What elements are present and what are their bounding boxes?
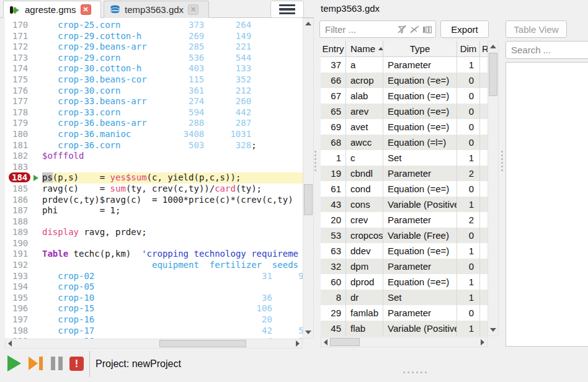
symbol-row-avet[interactable]: 69avetEquation (=e=)0: [321, 119, 499, 135]
cell-dim[interactable]: 0: [457, 88, 480, 104]
line-number[interactable]: 197: [5, 314, 32, 326]
cell-dim[interactable]: 0: [457, 135, 480, 150]
scrollbar-thumb[interactable]: [330, 338, 360, 346]
editor-line-198[interactable]: 198 crop-17 42 55: [5, 326, 303, 337]
line-number[interactable]: 193: [5, 271, 32, 282]
cell-rec[interactable]: [480, 150, 488, 166]
cell-type[interactable]: Equation (=e=): [383, 119, 457, 135]
column-header-type[interactable]: Type: [383, 41, 457, 56]
scrollbar-thumb[interactable]: [159, 340, 246, 347]
line-number[interactable]: 194: [5, 282, 32, 293]
line-number[interactable]: 176: [5, 86, 32, 97]
cell-entry[interactable]: 43: [321, 197, 346, 212]
editor-line-189[interactable]: 189display ravg, prdev;: [5, 227, 303, 238]
cell-dim[interactable]: 1: [457, 321, 480, 336]
line-number[interactable]: 173: [5, 53, 32, 64]
symbol-row-cropcost[interactable]: 53cropcostVariable (Free)0: [321, 228, 499, 243]
line-number[interactable]: 181: [5, 140, 32, 151]
symbol-row-a[interactable]: 37aParameter1: [321, 57, 499, 73]
line-number[interactable]: 190: [5, 238, 32, 249]
cell-name[interactable]: crev: [346, 212, 383, 228]
tab-temp3563-gdx[interactable]: temp3563.gdx ✕: [104, 1, 209, 18]
editor-line-176[interactable]: 176 crop-30.corn 361 212: [5, 86, 303, 97]
cell-name[interactable]: cons: [346, 197, 383, 212]
editor-line-186[interactable]: 186prdev(c,ty)$ravg(c) = 1000*price(c)*(…: [5, 195, 303, 206]
cell-dim[interactable]: 2: [457, 212, 480, 228]
search-input[interactable]: Search ...: [506, 41, 588, 59]
cell-name[interactable]: cond: [346, 181, 383, 197]
cell-name[interactable]: cbndl: [346, 166, 383, 181]
cell-name[interactable]: ddev: [346, 243, 383, 259]
cell-entry[interactable]: 29: [321, 305, 346, 321]
line-number[interactable]: 178: [5, 107, 32, 118]
cell-type[interactable]: Set: [383, 150, 457, 166]
cell-name[interactable]: cropcost: [346, 228, 383, 243]
editor-line-181[interactable]: 181 crop-36.corn 503 328;: [5, 140, 303, 151]
cell-rec[interactable]: [480, 119, 488, 135]
editor-line-170[interactable]: 170 crop-25.corn 373 264: [5, 20, 303, 31]
scroll-left-icon[interactable]: [8, 340, 12, 347]
symbol-row-cons[interactable]: 43consVariable (Positive)1: [321, 197, 499, 212]
cell-name[interactable]: c: [346, 150, 383, 166]
export-button[interactable]: Export: [440, 20, 489, 38]
editor-line-179[interactable]: 179 crop-36.beans-arr 288 287: [5, 118, 303, 129]
symbol-row-famlab[interactable]: 29famlabParameter0: [321, 305, 499, 321]
scroll-right-icon[interactable]: [481, 339, 484, 345]
cell-entry[interactable]: 20: [321, 212, 346, 228]
editor-line-171[interactable]: 171 crop-29.cotton-h 269 149: [5, 31, 303, 42]
symbol-row-cond[interactable]: 61condEquation (=e=)0: [321, 181, 499, 197]
columns-icon[interactable]: [422, 24, 432, 35]
scrollbar-thumb[interactable]: [304, 184, 313, 215]
cell-rec[interactable]: [480, 290, 488, 305]
editor-vertical-scrollbar[interactable]: [303, 18, 314, 339]
cell-rec[interactable]: [480, 73, 488, 88]
search-results-panel[interactable]: [506, 62, 588, 347]
cell-dim[interactable]: 1: [457, 290, 480, 305]
line-number[interactable]: 196: [5, 303, 32, 314]
pane-splitter-handle[interactable]: [314, 151, 316, 171]
cell-name[interactable]: awcc: [346, 135, 383, 150]
line-number[interactable]: 175: [5, 74, 32, 86]
line-number[interactable]: 186: [5, 195, 32, 206]
cell-rec[interactable]: [480, 259, 488, 274]
cell-type[interactable]: Equation (=l=): [383, 135, 457, 150]
cell-dim[interactable]: 0: [457, 104, 480, 119]
symbol-row-acrop[interactable]: 66acropEquation (=e=)0: [321, 73, 499, 88]
gdx-horizontal-scrollbar[interactable]: [321, 337, 488, 347]
tab-list-menu-button[interactable]: [270, 1, 304, 18]
column-header-records[interactable]: R: [480, 41, 488, 56]
line-number[interactable]: 191: [5, 249, 32, 260]
symbol-row-flab[interactable]: 45flabVariable (Positive)1: [321, 321, 499, 336]
cell-rec[interactable]: [480, 104, 488, 119]
cell-rec[interactable]: [480, 166, 488, 181]
filter-disabled-icon[interactable]: [397, 24, 408, 35]
cell-type[interactable]: Parameter: [383, 305, 457, 321]
cell-rec[interactable]: [480, 197, 488, 212]
cell-name[interactable]: dprod: [346, 274, 383, 290]
cell-name[interactable]: dpm: [346, 259, 383, 274]
pause-button[interactable]: [51, 357, 63, 370]
filter-input[interactable]: Filter ...: [319, 20, 436, 38]
close-tab-icon[interactable]: ✕: [81, 4, 91, 15]
close-tab-icon[interactable]: ✕: [188, 4, 198, 15]
cell-rec[interactable]: [480, 321, 488, 336]
cell-rec[interactable]: [480, 88, 488, 104]
cell-entry[interactable]: 61: [321, 181, 346, 197]
cell-name[interactable]: famlab: [346, 305, 383, 321]
editor-line-182[interactable]: 182$offfold: [5, 151, 303, 162]
cell-dim[interactable]: 1: [457, 197, 480, 212]
editor-line-196[interactable]: 196 crop-15 106 1: [5, 303, 303, 314]
cell-dim[interactable]: 1: [457, 274, 480, 290]
cell-type[interactable]: Set: [383, 290, 457, 305]
editor-line-191[interactable]: 191Table techc(p,km) 'cropping technolog…: [5, 249, 303, 260]
symbol-row-dpm[interactable]: 32dpmParameter0: [321, 259, 499, 274]
line-number[interactable]: 192: [5, 260, 32, 271]
column-header-name[interactable]: Name: [346, 41, 383, 56]
editor-line-180[interactable]: 180 crop-36.manioc 3408 1031: [5, 129, 303, 140]
cell-rec[interactable]: [480, 212, 488, 228]
cell-rec[interactable]: [480, 228, 488, 243]
cell-entry[interactable]: 37: [321, 57, 346, 73]
code-editor[interactable]: 170 crop-25.corn 373 264171 crop-29.cott…: [5, 18, 303, 349]
cell-type[interactable]: Variable (Positive): [383, 197, 457, 212]
editor-line-178[interactable]: 178 crop-33.corn 594 442: [5, 107, 303, 118]
